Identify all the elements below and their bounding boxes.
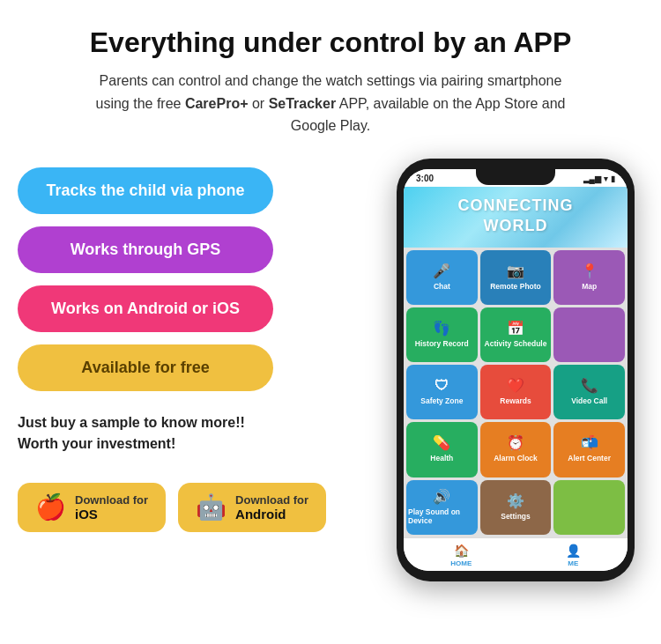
phone-mockup: 3:00 ▂▄▆ ▾ ▮ CONNECTING WORLD <box>388 159 643 581</box>
phone-notch <box>476 169 555 185</box>
grid-empty1 <box>553 307 625 362</box>
grid-video[interactable]: 📞Video Call <box>553 365 625 419</box>
grid-alert[interactable]: 📬Alert Center <box>553 422 625 477</box>
grid-map[interactable]: 📍Map <box>553 250 625 305</box>
signal-icon: ▂▄▆ <box>583 174 601 183</box>
home-icon: 🏠 <box>454 544 469 558</box>
pill-tracks: Tracks the child via phone <box>18 167 273 214</box>
grid-chat[interactable]: 🎤Chat <box>406 250 478 305</box>
phone-screen: 3:00 ▂▄▆ ▾ ▮ CONNECTING WORLD <box>404 169 628 571</box>
status-time: 3:00 <box>416 174 434 183</box>
grid-settings[interactable]: ⚙️Settings <box>480 480 552 535</box>
grid-empty2 <box>553 480 625 535</box>
pill-android-ios: Works on Android or iOS <box>18 285 273 332</box>
grid-history[interactable]: 👣History Record <box>406 307 478 362</box>
person-icon: 👤 <box>566 544 581 558</box>
grid-sound[interactable]: 🔊Play Sound on Device <box>406 480 478 535</box>
wifi-icon: ▾ <box>604 174 608 183</box>
app-header: CONNECTING WORLD <box>404 187 628 248</box>
grid-health[interactable]: 💊Health <box>406 422 478 477</box>
app-grid: 🎤Chat 📷Remote Photo 📍Map 👣History Record… <box>404 248 628 537</box>
grid-rewards[interactable]: ❤️Rewards <box>480 365 552 419</box>
pill-gps: Works through GPS <box>18 226 273 273</box>
android-icon: 🤖 <box>196 495 227 520</box>
status-icons: ▂▄▆ ▾ ▮ <box>583 174 615 183</box>
left-column: Tracks the child via phone Works through… <box>18 159 335 532</box>
grid-activity[interactable]: 📅Activity Schedule <box>480 307 552 362</box>
download-row: 🍎 Download for iOS 🤖 Download for Androi… <box>18 483 335 532</box>
subtitle: Parents can control and change the watch… <box>84 70 577 137</box>
phone-outer: 3:00 ▂▄▆ ▾ ▮ CONNECTING WORLD <box>397 159 635 581</box>
grid-remote-photo[interactable]: 📷Remote Photo <box>480 250 552 305</box>
cta-text: Just buy a sample to know more!! Worth y… <box>18 412 335 455</box>
tab-home[interactable]: 🏠 HOME <box>450 544 472 567</box>
battery-icon: ▮ <box>611 174 615 183</box>
download-ios-button[interactable]: 🍎 Download for iOS <box>18 483 166 532</box>
pill-free: Available for free <box>18 344 273 391</box>
content-row: Tracks the child via phone Works through… <box>18 159 643 581</box>
grid-alarm[interactable]: ⏰Alarm Clock <box>480 422 552 477</box>
apple-icon: 🍎 <box>35 495 66 520</box>
page-title: Everything under control by an APP <box>90 26 571 59</box>
grid-safety[interactable]: 🛡Safety Zone <box>406 365 478 419</box>
page-container: Everything under control by an APP Paren… <box>0 0 661 599</box>
tab-me[interactable]: 👤 ME <box>566 544 581 567</box>
app-tabbar: 🏠 HOME 👤 ME <box>404 537 628 571</box>
download-android-button[interactable]: 🤖 Download for Android <box>178 483 326 532</box>
